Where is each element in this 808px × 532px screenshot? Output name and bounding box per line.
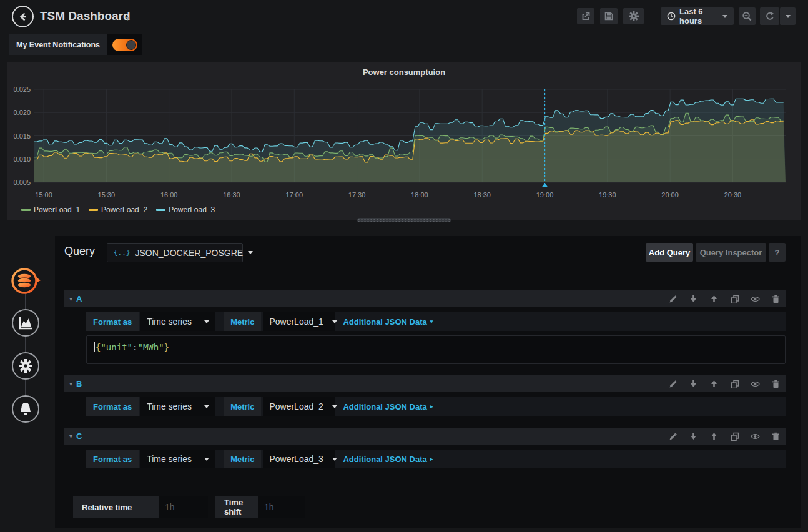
dashboard-title-caret-icon[interactable]: ▾: [126, 15, 129, 22]
duplicate-icon[interactable]: [730, 379, 739, 388]
tab-visualization[interactable]: [12, 309, 39, 337]
save-button[interactable]: [600, 8, 618, 24]
add-query-button[interactable]: Add Query: [646, 243, 693, 262]
timeseries-chart[interactable]: 0.0050.0100.0150.0200.02515:0015:3016:00…: [7, 62, 801, 220]
edit-pencil-icon[interactable]: [668, 294, 677, 303]
svg-text:18:30: 18:30: [473, 191, 491, 199]
edit-pencil-icon[interactable]: [668, 431, 677, 441]
move-up-icon[interactable]: [709, 294, 719, 303]
collapse-caret-icon[interactable]: ▾: [69, 295, 72, 302]
save-icon: [604, 11, 614, 21]
additional-json-link[interactable]: Additional JSON Data▾: [343, 317, 433, 327]
query-inspector-button[interactable]: Query Inspector: [696, 243, 766, 262]
refresh-button[interactable]: [760, 7, 779, 25]
additional-json-label: Additional JSON Data: [343, 402, 426, 411]
panel-resize-handle[interactable]: [357, 218, 451, 222]
tab-queries[interactable]: [11, 267, 40, 295]
time-picker-button[interactable]: Last 6 hours: [661, 7, 734, 25]
delete-trash-icon[interactable]: [771, 431, 781, 441]
back-button[interactable]: [12, 6, 34, 27]
svg-text:19:00: 19:00: [536, 191, 554, 199]
dashboard-settings-button[interactable]: [623, 8, 644, 24]
toggle-knob: [126, 40, 136, 50]
svg-text:15:30: 15:30: [98, 191, 116, 199]
additional-json-label: Additional JSON Data: [343, 317, 426, 327]
event-notifications-control: My Event Notifications: [9, 34, 142, 55]
format-as-select[interactable]: Time series: [140, 450, 215, 468]
collapse-caret-icon[interactable]: ▾: [69, 433, 72, 440]
query-form-row-b: Format as Time series Metric PowerLoad_2…: [86, 397, 786, 416]
query-ref-label: B: [76, 379, 82, 388]
datasource-caret-icon: [248, 251, 253, 254]
query-ref-label: A: [76, 294, 82, 303]
event-notifications-label: My Event Notifications: [9, 41, 107, 49]
duplicate-icon[interactable]: [730, 294, 739, 303]
relative-time-input[interactable]: [159, 496, 208, 518]
move-up-icon[interactable]: [709, 431, 719, 441]
text-cursor: [94, 342, 95, 352]
zoom-out-button[interactable]: [739, 7, 756, 25]
query-editor-section: Query {..} JSON_DOCKER_POSGRE Add Query …: [55, 236, 801, 528]
refresh-interval-dropdown[interactable]: [780, 7, 796, 25]
legend-series-label: PowerLoad_2: [101, 205, 147, 214]
disable-eye-icon[interactable]: [751, 294, 760, 303]
time-shift-input[interactable]: [258, 496, 305, 518]
collapse-caret-icon[interactable]: ▾: [69, 380, 72, 387]
move-down-icon[interactable]: [689, 431, 698, 441]
move-up-icon[interactable]: [709, 379, 719, 388]
json-colon: :: [132, 342, 137, 352]
dashboard-title[interactable]: TSM Dashboard: [40, 9, 131, 23]
query-form-row-c: Format as Time series Metric PowerLoad_3…: [86, 450, 786, 468]
format-as-value: Time series: [147, 401, 195, 411]
panel-title[interactable]: Power consumptuion: [7, 67, 801, 77]
query-ref-label: C: [76, 431, 82, 441]
duplicate-icon[interactable]: [730, 431, 739, 441]
tab-general[interactable]: [12, 352, 39, 380]
format-as-select[interactable]: Time series: [140, 397, 215, 416]
svg-text:17:00: 17:00: [286, 191, 303, 199]
json-data-editor[interactable]: {"unit":"MWh"}: [86, 335, 786, 364]
toggle-track: [112, 39, 137, 51]
format-as-select[interactable]: Time series: [140, 312, 215, 331]
legend-item-PowerLoad_3[interactable]: PowerLoad_3: [156, 205, 215, 214]
move-down-icon[interactable]: [689, 379, 698, 388]
row-actions: [668, 294, 781, 303]
metric-select[interactable]: PowerLoad_3: [263, 450, 335, 468]
svg-text:0.005: 0.005: [13, 179, 31, 186]
svg-text:19:30: 19:30: [599, 191, 616, 199]
json-caret-icon: ▾: [430, 318, 433, 325]
format-as-value: Time series: [147, 317, 195, 327]
select-caret-icon: [204, 405, 209, 408]
help-button[interactable]: ?: [769, 243, 786, 262]
delete-trash-icon[interactable]: [771, 294, 781, 303]
delete-trash-icon[interactable]: [771, 379, 781, 388]
clock-icon: [667, 12, 676, 21]
json-caret-icon: ▸: [430, 456, 433, 462]
query-section-label: Query: [64, 245, 95, 258]
legend-item-PowerLoad_1[interactable]: PowerLoad_1: [21, 205, 80, 214]
additional-json-link[interactable]: Additional JSON Data▸: [343, 455, 433, 464]
svg-text:16:30: 16:30: [223, 191, 240, 199]
svg-text:0.020: 0.020: [13, 109, 31, 116]
metric-select[interactable]: PowerLoad_2: [263, 397, 335, 416]
move-down-icon[interactable]: [689, 294, 698, 303]
svg-text:16:00: 16:00: [160, 191, 178, 199]
refresh-caret-icon: [786, 15, 791, 18]
metric-label: Metric: [224, 450, 261, 468]
format-as-label: Format as: [86, 450, 139, 468]
metric-value: PowerLoad_2: [269, 401, 323, 411]
metric-select[interactable]: PowerLoad_1: [263, 312, 335, 331]
metric-label: Metric: [224, 397, 261, 416]
event-notifications-toggle[interactable]: [107, 34, 142, 55]
disable-eye-icon[interactable]: [751, 379, 760, 388]
share-button[interactable]: [577, 8, 594, 24]
tab-alert[interactable]: [12, 395, 39, 423]
disable-eye-icon[interactable]: [751, 431, 760, 441]
svg-text:15:00: 15:00: [35, 191, 52, 199]
datasource-selector[interactable]: {..} JSON_DOCKER_POSGRE: [107, 243, 243, 262]
svg-text:20:00: 20:00: [661, 191, 679, 199]
additional-json-link[interactable]: Additional JSON Data▸: [343, 402, 433, 411]
legend-item-PowerLoad_2[interactable]: PowerLoad_2: [89, 205, 147, 214]
row-actions: [668, 431, 781, 441]
edit-pencil-icon[interactable]: [668, 379, 677, 388]
